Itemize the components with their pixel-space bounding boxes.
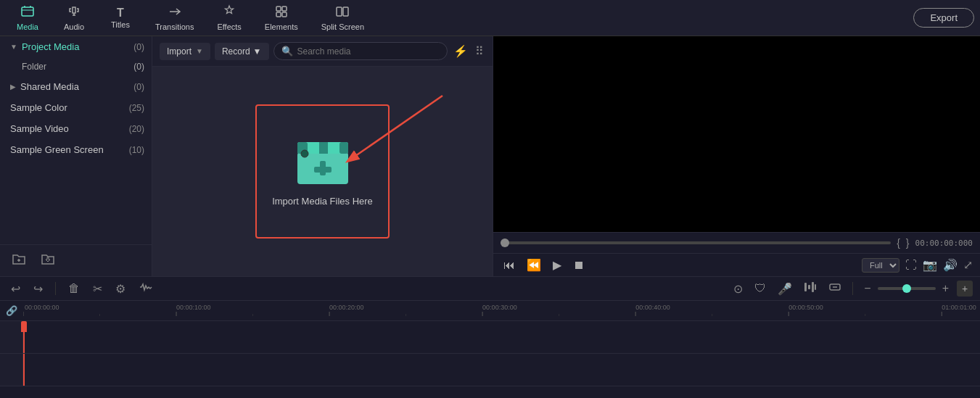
media-icon [20,4,35,21]
sidebar-item-sample-video[interactable]: Sample Video (20) [0,118,152,139]
undo-button[interactable]: ↩ [7,281,24,297]
nav-effects-label: Effects [217,22,241,31]
media-panel: Import ▼ Record ▼ 🔍 ⚡ ⠿ [152,36,493,276]
timeline-tracks [0,321,980,398]
media-content: Import Media Files Here [152,67,493,276]
nav-titles-label: Titles [111,20,130,29]
import-drop-label: Import Media Files Here [272,196,373,207]
mark-in-button[interactable]: { [897,237,900,249]
fullscreen-button[interactable]: ⛶ [905,259,917,272]
filter-icon[interactable]: ⚡ [452,43,469,59]
shared-media-label: Shared Media [20,81,79,92]
timeline-scrubber[interactable] [501,241,891,244]
svg-rect-20 [815,284,816,290]
cut-button[interactable]: ✂ [89,281,106,297]
sidebar-item-folder[interactable]: Folder (0) [0,57,152,76]
import-drop-zone[interactable]: Import Media Files Here [255,104,390,239]
main-area: ▼ Project Media (0) Folder (0) ▶ Shared … [0,36,980,276]
nav-elements-label: Elements [265,22,298,31]
search-box[interactable]: 🔍 [273,42,448,60]
audio-icon [67,4,81,21]
zoom-out-button[interactable]: − [860,281,874,297]
quality-select[interactable]: Full 1/2 1/4 [862,258,899,273]
sidebar-item-sample-color[interactable]: Sample Color (25) [0,97,152,118]
titles-icon: T [117,7,124,19]
svg-rect-18 [808,285,810,289]
sidebar-bottom-actions [0,244,152,276]
link-tracks-button[interactable]: 🔗 [0,305,23,316]
snapshot-button[interactable]: 📷 [923,258,937,272]
search-icon: 🔍 [281,46,293,57]
mark-out-button[interactable]: } [906,237,910,249]
silence-detect-button[interactable] [825,280,845,297]
audio-wave-button[interactable] [135,280,157,297]
track-row-2 [0,354,980,386]
export-button[interactable]: Export [913,8,974,28]
nav-transitions-label: Transitions [155,22,194,31]
effects-icon [222,4,236,21]
stabilize-button[interactable]: 🛡 [751,281,770,297]
toolbar-divider2 [852,282,853,295]
voiceover-button[interactable]: 🎤 [774,281,796,297]
expand-button[interactable]: ⤢ [963,258,973,272]
add-track-button[interactable]: + [957,281,973,297]
grid-icon[interactable]: ⠿ [474,43,485,59]
splitscreen-icon [335,4,350,21]
nav-transitions[interactable]: Transitions [145,1,204,34]
nav-titles[interactable]: T Titles [99,4,142,32]
nav-splitscreen[interactable]: Split Screen [311,1,374,34]
record-button[interactable]: Record ▼ [215,43,269,60]
nav-audio[interactable]: Audio [52,1,96,34]
nav-media[interactable]: Media [6,1,49,34]
stop-button[interactable]: ⏹ [570,257,588,273]
svg-rect-14 [329,142,338,154]
sidebar-item-project-media[interactable]: ▼ Project Media (0) [0,36,152,57]
sidebar-folder-label: Folder [22,62,46,72]
playhead-top-bar-1 [21,321,27,332]
zoom-slider-container: − + [860,281,952,297]
sidebar: ▼ Project Media (0) Folder (0) ▶ Shared … [0,36,152,276]
timeline-toolbar: ↩ ↪ 🗑 ✂ ⚙ ⊙ 🛡 🎤 [0,277,980,301]
ruler-ts-6: 01:00:01:00 [942,304,976,311]
import-label: Import [167,46,192,57]
collapse-icon: ▼ [10,43,17,51]
nav-elements[interactable]: Elements [255,1,308,34]
sidebar-item-shared-media[interactable]: ▶ Shared Media (0) [0,76,152,97]
step-back-button[interactable]: ⏪ [524,257,544,273]
track-label-2 [0,354,23,386]
ruler-ts-4: 00:00:40:00 [635,304,670,311]
import-folder-button[interactable] [36,251,59,270]
svg-rect-4 [282,12,287,17]
svg-rect-15 [339,142,348,154]
clapper-icon [294,136,352,187]
preview-panel: { } 00:00:00:000 ⏮ ⏪ ▶ ⏹ Full 1/2 1/4 ⛶ … [493,36,980,276]
delete-button[interactable]: 🗑 [65,281,83,297]
sample-green-count: (10) [129,145,144,155]
scene-detect-button[interactable]: ⊙ [730,281,746,297]
redo-button[interactable]: ↪ [30,281,46,297]
svg-rect-12 [309,142,318,154]
go-to-start-button[interactable]: ⏮ [501,257,518,273]
zoom-in-button[interactable]: + [939,281,952,297]
svg-rect-6 [343,7,348,16]
nav-splitscreen-label: Split Screen [321,22,364,31]
volume-button[interactable]: 🔊 [943,258,958,272]
media-toolbar: Import ▼ Record ▼ 🔍 ⚡ ⠿ [152,36,493,67]
adjust-button[interactable]: ⚙ [112,281,129,297]
elements-icon [274,4,289,21]
nav-audio-label: Audio [64,22,84,31]
import-chevron: ▼ [196,47,203,55]
preview-right-icons: Full 1/2 1/4 ⛶ 📷 🔊 ⤢ [862,258,973,273]
nav-effects[interactable]: Effects [207,1,251,34]
import-button[interactable]: Import ▼ [160,43,210,60]
play-button[interactable]: ▶ [550,257,564,273]
search-input[interactable] [297,46,440,57]
zoom-slider[interactable] [878,287,936,290]
ruler-ticks [23,312,980,320]
folder-count: (0) [133,62,144,72]
new-folder-button[interactable] [7,251,30,270]
ruler-area: 00:00:00:00 00:00:10:00 00:00:20:00 00:0… [23,301,980,320]
sidebar-item-sample-green[interactable]: Sample Green Screen (10) [0,139,152,160]
time-display: 00:00:00:000 [915,239,973,248]
auto-beat-button[interactable] [800,280,820,297]
